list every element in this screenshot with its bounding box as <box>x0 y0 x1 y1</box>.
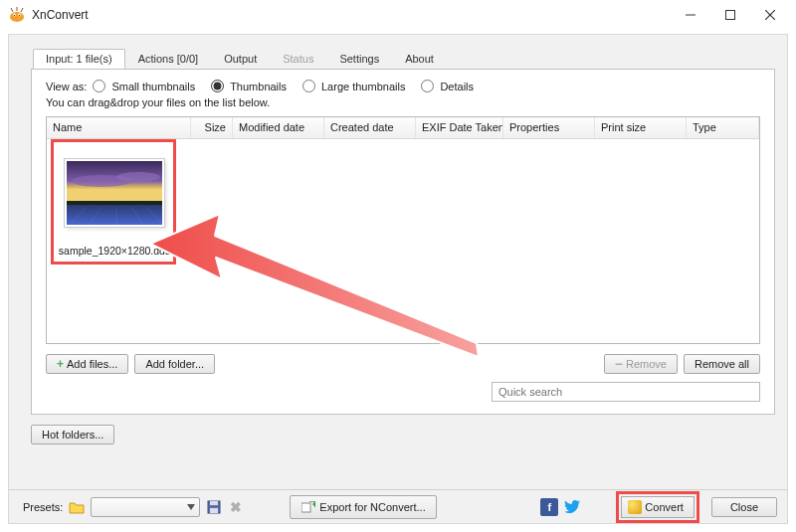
svg-rect-22 <box>210 501 218 505</box>
presets-label: Presets: <box>23 501 63 513</box>
export-icon <box>300 499 316 515</box>
tab-input[interactable]: Input: 1 file(s) <box>33 49 125 69</box>
col-size[interactable]: Size <box>191 117 233 138</box>
close-app-button[interactable]: Close <box>711 497 777 517</box>
plus-icon: + <box>57 359 64 369</box>
tab-about[interactable]: About <box>392 49 447 69</box>
view-large-thumbnails[interactable]: Large thumbnails <box>302 80 405 92</box>
svg-point-0 <box>10 12 24 22</box>
view-as-label: View as: <box>46 81 87 92</box>
col-properties[interactable]: Properties <box>503 117 595 138</box>
chevron-down-icon <box>187 504 195 510</box>
svg-rect-23 <box>210 508 218 513</box>
below-list-row: +Add files... Add folder... −Remove Remo… <box>46 354 760 374</box>
col-created[interactable]: Created date <box>324 117 416 138</box>
svg-marker-20 <box>187 504 195 510</box>
open-preset-icon[interactable] <box>69 499 85 515</box>
svg-marker-25 <box>312 501 315 507</box>
view-as-row: View as: Small thumbnails Thumbnails Lar… <box>46 80 760 92</box>
file-thumbnail[interactable]: sample_1920×1280.dds <box>55 149 174 257</box>
tab-output[interactable]: Output <box>211 49 270 69</box>
app-icon <box>8 7 26 23</box>
minus-icon: − <box>615 360 623 368</box>
svg-rect-13 <box>67 205 164 227</box>
twitter-icon[interactable] <box>564 498 580 516</box>
window-title: XnConvert <box>32 8 89 22</box>
social-icons: f <box>540 498 580 516</box>
col-modified[interactable]: Modified date <box>233 117 324 138</box>
input-panel: View as: Small thumbnails Thumbnails Lar… <box>31 69 775 415</box>
remove-button: −Remove <box>604 354 678 374</box>
save-preset-icon[interactable] <box>206 499 222 515</box>
tab-settings[interactable]: Settings <box>326 49 392 69</box>
export-nc-button[interactable]: Export for NConvert... <box>290 495 436 519</box>
col-printsize[interactable]: Print size <box>595 117 687 138</box>
titlebar: XnConvert <box>0 0 796 30</box>
svg-point-3 <box>14 15 15 16</box>
convert-icon <box>628 500 642 514</box>
svg-rect-6 <box>726 11 735 20</box>
annotation-highlight-convert: Convert <box>616 491 699 523</box>
view-thumbnails[interactable]: Thumbnails <box>211 80 287 92</box>
quick-search-input[interactable] <box>492 382 760 402</box>
svg-rect-24 <box>301 503 310 512</box>
tab-actions[interactable]: Actions [0/0] <box>125 49 212 69</box>
hot-folders-button[interactable]: Hot folders... <box>31 425 114 444</box>
bottom-bar: Presets: ✖ Export for NConvert... f <box>9 489 787 523</box>
add-folder-button[interactable]: Add folder... <box>134 354 215 374</box>
tab-strip: Input: 1 file(s) Actions [0/0] Output St… <box>33 47 787 69</box>
preset-combo[interactable] <box>91 497 200 517</box>
file-list: Name Size Modified date Created date EXI… <box>46 116 760 344</box>
col-exif[interactable]: EXIF Date Taken <box>416 117 503 138</box>
facebook-icon[interactable]: f <box>540 498 558 516</box>
client-area: Input: 1 file(s) Actions [0/0] Output St… <box>8 34 788 524</box>
dragdrop-hint: You can drag&drop your files on the list… <box>46 96 760 108</box>
thumbnail-image <box>65 159 164 227</box>
close-button[interactable] <box>750 0 790 30</box>
view-small-thumbnails[interactable]: Small thumbnails <box>93 80 195 92</box>
convert-button[interactable]: Convert <box>621 496 695 518</box>
add-files-button[interactable]: +Add files... <box>46 354 128 374</box>
svg-point-4 <box>19 15 20 16</box>
thumbnail-filename: sample_1920×1280.dds <box>55 245 174 257</box>
view-details[interactable]: Details <box>421 80 474 92</box>
list-body[interactable]: sample_1920×1280.dds <box>47 139 759 343</box>
delete-preset-icon[interactable]: ✖ <box>228 499 244 515</box>
col-type[interactable]: Type <box>687 117 759 138</box>
col-name[interactable]: Name <box>47 117 191 138</box>
tab-status: Status <box>270 49 326 69</box>
svg-point-11 <box>116 172 160 182</box>
list-header: Name Size Modified date Created date EXI… <box>47 117 759 139</box>
minimize-button[interactable] <box>671 0 710 30</box>
remove-all-button[interactable]: Remove all <box>684 354 760 374</box>
maximize-button[interactable] <box>710 0 750 30</box>
